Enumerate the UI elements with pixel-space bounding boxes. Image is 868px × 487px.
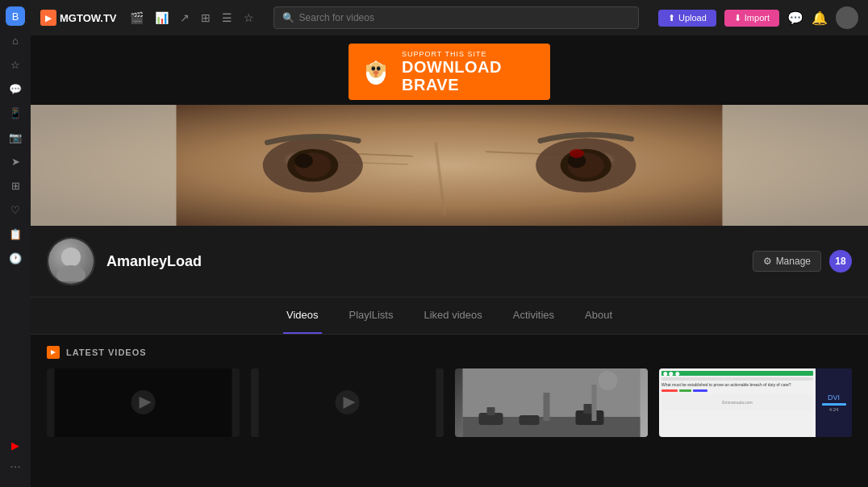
bookmark-icon[interactable]: ☆ bbox=[6, 55, 25, 74]
star-nav-icon[interactable]: ☆ bbox=[244, 11, 254, 24]
ad-download-text: DOWNLOADBRAVE bbox=[402, 58, 502, 94]
main-area: ▶ MGTOW.TV 🎬 📊 ↗ ⊞ ☰ ☆ 🔍 ⬆ Upload ⬇ Impo… bbox=[31, 0, 868, 487]
whatsapp-icon[interactable]: 📱 bbox=[6, 103, 25, 123]
page-content: Support This Site DOWNLOADBRAVE bbox=[31, 35, 868, 487]
tab-activities[interactable]: Activities bbox=[510, 298, 557, 334]
video-thumbnail-1 bbox=[47, 368, 240, 437]
channel-tabs: Videos PlaylLists Liked videos Activitie… bbox=[31, 298, 868, 335]
list-nav-icon[interactable]: ☰ bbox=[222, 11, 232, 24]
messages-icon[interactable]: 💬 bbox=[787, 10, 803, 26]
channel-banner-image bbox=[31, 105, 868, 226]
video-card-2[interactable] bbox=[251, 368, 444, 437]
search-bar[interactable]: 🔍 bbox=[273, 6, 639, 29]
logo-icon: ▶ bbox=[40, 10, 56, 26]
section-icon bbox=[47, 346, 60, 359]
search-icon: 🔍 bbox=[282, 12, 294, 23]
notification-count-badge[interactable]: 18 bbox=[829, 250, 852, 273]
svg-rect-10 bbox=[382, 65, 386, 72]
search-input[interactable] bbox=[299, 12, 630, 23]
svg-point-7 bbox=[373, 71, 378, 75]
instagram-icon[interactable]: 📷 bbox=[6, 127, 25, 147]
channel-name: AmanleyLoad bbox=[106, 253, 202, 270]
svg-point-23 bbox=[570, 149, 584, 158]
video-grid: ⬤ ⬤ ⬤ What must be established to prove … bbox=[47, 368, 852, 437]
clock-icon[interactable]: 🕐 bbox=[6, 248, 25, 268]
youtube-icon[interactable]: ▶ bbox=[6, 435, 25, 455]
section-title: LATEST VIDEOS bbox=[66, 348, 147, 357]
heart-icon[interactable]: ♡ bbox=[6, 200, 25, 219]
channel-banner-art bbox=[31, 105, 868, 226]
grid-icon[interactable]: ⊞ bbox=[6, 176, 25, 195]
video-card-1[interactable] bbox=[47, 368, 240, 437]
svg-point-5 bbox=[373, 67, 374, 69]
navbar-actions: ⬆ Upload ⬇ Import 💬 🔔 bbox=[658, 6, 858, 29]
more-options-icon[interactable]: ··· bbox=[10, 460, 20, 481]
upload-button[interactable]: ⬆ Upload bbox=[658, 10, 716, 27]
trending-nav-icon[interactable]: ↗ bbox=[180, 11, 190, 24]
site-logo[interactable]: ▶ MGTOW.TV bbox=[40, 10, 117, 26]
tab-videos[interactable]: Videos bbox=[283, 298, 322, 334]
grid-nav-icon[interactable]: ⊞ bbox=[201, 11, 211, 24]
svg-rect-24 bbox=[31, 105, 177, 226]
tab-playlists[interactable]: PlaylLists bbox=[346, 298, 397, 334]
channel-info-left: AmanleyLoad bbox=[47, 237, 202, 285]
chart-nav-icon[interactable]: 📊 bbox=[155, 11, 169, 24]
import-button[interactable]: ⬇ Import bbox=[724, 10, 779, 27]
channel-info: AmanleyLoad ⚙ Manage 18 bbox=[31, 226, 868, 298]
channel-avatar-inner bbox=[48, 239, 94, 284]
browser-logo-icon[interactable]: B bbox=[6, 6, 25, 26]
svg-point-27 bbox=[56, 265, 86, 281]
video-card-3[interactable] bbox=[455, 368, 648, 437]
brave-ad-banner[interactable]: Support This Site DOWNLOADBRAVE bbox=[348, 44, 550, 100]
svg-rect-38 bbox=[487, 407, 495, 415]
svg-point-26 bbox=[61, 248, 81, 267]
import-icon: ⬇ bbox=[734, 13, 741, 23]
site-name: MGTOW.TV bbox=[60, 12, 117, 24]
svg-rect-42 bbox=[544, 393, 550, 421]
notes-icon[interactable]: 📋 bbox=[6, 224, 25, 244]
upload-icon: ⬆ bbox=[668, 13, 675, 23]
user-avatar[interactable] bbox=[836, 6, 858, 29]
svg-marker-28 bbox=[51, 350, 56, 355]
navbar: ▶ MGTOW.TV 🎬 📊 ↗ ⊞ ☰ ☆ 🔍 ⬆ Upload ⬇ Impo… bbox=[31, 0, 868, 35]
video-thumbnail-3 bbox=[455, 368, 648, 437]
video-card-4[interactable]: ⬤ ⬤ ⬤ What must be established to prove … bbox=[659, 368, 852, 437]
tab-about[interactable]: About bbox=[582, 298, 616, 334]
ad-banner-wrapper: Support This Site DOWNLOADBRAVE bbox=[31, 35, 868, 105]
manage-icon: ⚙ bbox=[763, 256, 772, 267]
svg-rect-43 bbox=[592, 385, 597, 421]
video-thumbnail-4: ⬤ ⬤ ⬤ What must be established to prove … bbox=[659, 368, 852, 437]
section-header: LATEST VIDEOS bbox=[47, 346, 852, 359]
svg-point-18 bbox=[294, 153, 313, 168]
ad-support-text: Support This Site bbox=[402, 50, 502, 58]
channel-banner bbox=[31, 105, 868, 226]
svg-rect-39 bbox=[520, 415, 540, 425]
channel-info-right: ⚙ Manage 18 bbox=[753, 250, 852, 273]
navbar-nav-icons: 🎬 📊 ↗ ⊞ ☰ ☆ bbox=[130, 11, 254, 24]
video-nav-icon[interactable]: 🎬 bbox=[130, 11, 144, 24]
video-thumbnail-2 bbox=[251, 368, 444, 437]
ad-text: Support This Site DOWNLOADBRAVE bbox=[402, 50, 502, 94]
brave-lion-icon bbox=[360, 56, 392, 88]
tab-liked-videos[interactable]: Liked videos bbox=[420, 298, 485, 334]
svg-rect-25 bbox=[722, 105, 868, 226]
channel-avatar[interactable] bbox=[47, 237, 95, 285]
home-icon[interactable]: ⌂ bbox=[6, 31, 25, 50]
messenger-icon[interactable]: 💬 bbox=[6, 79, 25, 98]
svg-point-44 bbox=[599, 371, 618, 390]
notifications-icon[interactable]: 🔔 bbox=[812, 10, 828, 26]
videos-section: LATEST VIDEOS bbox=[31, 335, 868, 448]
svg-point-6 bbox=[378, 67, 379, 69]
arrow-icon[interactable]: ➤ bbox=[6, 152, 25, 171]
manage-button[interactable]: ⚙ Manage bbox=[753, 251, 821, 272]
browser-sidebar: B ⌂ ☆ 💬 📱 📷 ➤ ⊞ ♡ 📋 🕐 ▶ ··· bbox=[0, 0, 31, 487]
svg-rect-9 bbox=[366, 65, 370, 72]
